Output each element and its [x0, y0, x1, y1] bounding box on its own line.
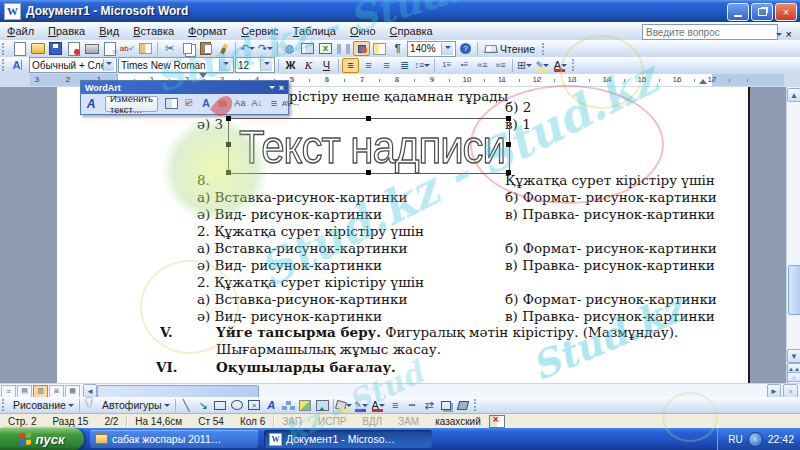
- status-track-changes[interactable]: ИСПР: [310, 416, 354, 427]
- vscroll-thumb[interactable]: [788, 265, 800, 315]
- menu-format[interactable]: Формат: [181, 23, 234, 39]
- hscroll-thumb[interactable]: [97, 385, 259, 398]
- web-layout-view-icon[interactable]: ▤: [17, 385, 32, 398]
- first-line-indent-marker[interactable]: [199, 73, 207, 78]
- scroll-right-edge-icon[interactable]: ›: [783, 384, 798, 398]
- status-overtype[interactable]: ЗАМ: [390, 416, 427, 427]
- status-language[interactable]: казахский: [427, 416, 489, 427]
- shadow-style-icon[interactable]: [438, 398, 455, 413]
- close-button[interactable]: ×: [775, 3, 797, 21]
- numbered-list-icon[interactable]: 1≡: [438, 58, 455, 73]
- edit-wordart-text-button[interactable]: Изменить текст…: [105, 96, 158, 112]
- ask-question-input[interactable]: [642, 24, 778, 40]
- print-icon[interactable]: [83, 41, 100, 56]
- columns-icon[interactable]: [335, 41, 352, 56]
- document-map-icon[interactable]: [371, 41, 388, 56]
- read-mode-button[interactable]: Чтение: [481, 41, 539, 56]
- insert-clipart-icon[interactable]: [297, 398, 314, 413]
- character-spacing-icon[interactable]: AV↔: [283, 96, 299, 111]
- permission-icon[interactable]: [65, 41, 82, 56]
- bold-button[interactable]: Ж: [282, 58, 299, 73]
- cut-icon[interactable]: ✂: [161, 41, 178, 56]
- menu-insert[interactable]: Вставка: [126, 23, 181, 39]
- font-select[interactable]: Times New Roman: [118, 57, 234, 73]
- autoshapes-menu-button[interactable]: Автофигуры: [99, 399, 173, 411]
- zoom-select[interactable]: 140%: [407, 41, 456, 57]
- taskbar-item-word[interactable]: W Документ1 - Microso…: [264, 430, 432, 448]
- font-size-select[interactable]: 12: [235, 57, 275, 73]
- print-layout-view-icon[interactable]: ▥: [33, 385, 48, 398]
- selection-handle[interactable]: [366, 170, 371, 175]
- outline-view-icon[interactable]: ≣: [49, 385, 64, 398]
- print-preview-icon[interactable]: ○: [101, 41, 118, 56]
- tray-icon[interactable]: ‹: [748, 432, 763, 447]
- line-color-icon[interactable]: ✎: [353, 398, 370, 413]
- threed-style-icon[interactable]: [455, 398, 472, 413]
- vertical-scrollbar[interactable]: ▲ ▼ ▲▲ ○ ▼▼: [786, 87, 800, 383]
- bullet-list-icon[interactable]: •≡: [456, 58, 473, 73]
- insert-wordart-icon[interactable]: A: [263, 398, 280, 413]
- align-center-button[interactable]: ≡: [360, 58, 377, 73]
- normal-view-icon[interactable]: ≡: [1, 385, 16, 398]
- right-indent-marker[interactable]: [699, 79, 707, 84]
- line-icon[interactable]: ╲: [178, 398, 195, 413]
- format-painter-icon[interactable]: [215, 41, 232, 56]
- rectangle-icon[interactable]: [212, 398, 229, 413]
- status-extend-selection[interactable]: ВДЛ: [354, 416, 390, 427]
- underline-button[interactable]: Ч: [318, 58, 335, 73]
- align-left-button[interactable]: ≡: [342, 58, 359, 73]
- menu-file[interactable]: Файл: [0, 23, 41, 39]
- scroll-down-icon[interactable]: ▼: [787, 349, 800, 363]
- restore-button[interactable]: [751, 3, 773, 21]
- paste-icon[interactable]: [197, 41, 214, 56]
- toolbar-overflow[interactable]: [572, 59, 578, 71]
- dash-style-icon[interactable]: ┅: [404, 398, 421, 413]
- line-spacing-icon[interactable]: ↕≡: [414, 58, 431, 73]
- justify-button[interactable]: ≣: [396, 58, 413, 73]
- taskbar-item-folder[interactable]: сабак жоспары 2011…: [90, 430, 258, 448]
- wordart-gallery-icon[interactable]: [164, 96, 180, 111]
- scroll-left-icon[interactable]: ◄: [83, 384, 97, 398]
- insert-picture-icon[interactable]: [314, 398, 331, 413]
- language-indicator[interactable]: RU: [728, 434, 742, 445]
- start-button[interactable]: пуск: [0, 428, 84, 450]
- highlight-icon[interactable]: ✎: [534, 58, 551, 73]
- scroll-up-icon[interactable]: ▲: [787, 88, 800, 102]
- styles-pane-icon[interactable]: A: [11, 58, 28, 73]
- copy-icon[interactable]: [179, 41, 196, 56]
- selection-handle[interactable]: [366, 116, 371, 121]
- wordart-alignment-icon[interactable]: ≡: [266, 96, 282, 111]
- toolbar-grip[interactable]: [2, 59, 8, 71]
- italic-button[interactable]: К: [300, 58, 317, 73]
- increase-indent-icon[interactable]: »≡: [492, 58, 509, 73]
- align-right-button[interactable]: ≡: [378, 58, 395, 73]
- wordart-shape-icon[interactable]: A: [198, 96, 214, 111]
- redo-icon[interactable]: ↷: [257, 41, 274, 56]
- font-color-icon[interactable]: А: [552, 58, 569, 73]
- toolbar-grip[interactable]: [2, 399, 8, 411]
- selection-handle[interactable]: [226, 116, 231, 121]
- draw-menu-button[interactable]: Рисование: [10, 399, 77, 411]
- drawing-toggle-icon[interactable]: [353, 41, 370, 56]
- style-select[interactable]: Обычный + Сле: [29, 57, 117, 73]
- menu-tools[interactable]: Сервис: [234, 23, 286, 39]
- select-objects-icon[interactable]: [82, 398, 99, 413]
- new-document-icon[interactable]: [11, 41, 28, 56]
- minimize-button[interactable]: [727, 3, 749, 21]
- fill-color-icon[interactable]: [336, 398, 353, 413]
- toolbar-grip[interactable]: [2, 43, 8, 55]
- save-icon[interactable]: [47, 41, 64, 56]
- menu-view[interactable]: Вид: [92, 23, 126, 39]
- askbox-dropdown-icon[interactable]: [776, 33, 782, 39]
- insert-diagram-icon[interactable]: [280, 398, 297, 413]
- selection-handle[interactable]: [226, 142, 231, 147]
- hyperlink-icon[interactable]: ◍: [281, 41, 298, 56]
- menu-table[interactable]: Таблица: [286, 23, 343, 39]
- wordart-text[interactable]: Текст надписи: [231, 120, 513, 174]
- same-letter-heights-icon[interactable]: Аа: [232, 96, 248, 111]
- decrease-indent-icon[interactable]: «≡: [474, 58, 491, 73]
- line-style-icon[interactable]: ≡: [387, 398, 404, 413]
- status-record-mode[interactable]: ЗАП: [274, 416, 310, 427]
- toolbar-overflow[interactable]: [474, 399, 480, 411]
- spelling-status-icon[interactable]: ×: [489, 415, 505, 428]
